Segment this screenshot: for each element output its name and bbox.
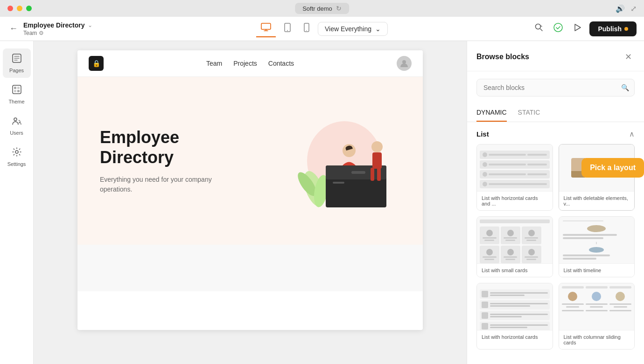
publish-button[interactable]: Publish [589, 21, 637, 36]
panel-header: Browse blocks ✕ [467, 41, 644, 71]
right-panel: Browse blocks ✕ 🔍 DYNAMIC STATIC List ∧ [467, 41, 644, 364]
desktop-device-btn[interactable] [256, 20, 276, 37]
search-input[interactable] [476, 79, 635, 96]
view-dropdown-chevron: ⌄ [375, 25, 381, 33]
block-label-1: List with horizontal cards and ... [477, 191, 553, 210]
sidebar-theme-label: Theme [8, 99, 24, 104]
mobile-device-btn[interactable] [299, 20, 314, 37]
panel-close-button[interactable]: ✕ [622, 50, 635, 63]
minimize-traffic-light[interactable] [17, 6, 22, 11]
block-card-small-cards[interactable]: List with small cards [476, 216, 553, 277]
users-icon [12, 116, 22, 128]
block-card-columnar-sliding[interactable]: List with columnar sliding cards [559, 283, 635, 350]
svg-marker-7 [575, 24, 581, 31]
block-thumbnail-3 [477, 217, 553, 263]
pick-layout-tooltip: Pick a layout [581, 158, 644, 178]
sidebar-item-theme[interactable]: Theme [3, 80, 31, 109]
nav-link-projects[interactable]: Projects [233, 60, 257, 67]
block-card-timeline[interactable]: List with timeline [559, 216, 635, 277]
canvas-nav-avatar [397, 56, 412, 71]
block-thumbnail-1 [477, 144, 553, 191]
nav-link-team[interactable]: Team [206, 60, 222, 67]
svg-rect-9 [13, 85, 21, 94]
left-sidebar: Pages Theme Users Settings [0, 41, 34, 364]
blocks-section-title: List [476, 130, 489, 138]
svg-rect-27 [372, 152, 382, 169]
back-button[interactable]: ← [7, 22, 20, 35]
view-everything-dropdown[interactable]: View Everything ⌄ [318, 22, 388, 36]
check-button[interactable] [551, 21, 565, 37]
team-label-group: Team ⚙ [23, 30, 92, 36]
sidebar-item-users[interactable]: Users [3, 111, 31, 140]
maximize-traffic-light[interactable] [26, 6, 32, 11]
preview-button[interactable] [571, 21, 584, 36]
hero-title: Employee Directory [100, 127, 221, 167]
svg-rect-24 [333, 182, 344, 184]
block-label-5: List with horizontal cards [477, 330, 553, 343]
blocks-section-header: List ∧ [476, 130, 635, 138]
sidebar-item-settings[interactable]: Settings [3, 142, 31, 172]
svg-point-16 [402, 60, 406, 64]
tab-static[interactable]: STATIC [518, 104, 540, 122]
block-label-2: List with deletable elements, v... [559, 191, 635, 210]
hero-illustration [279, 105, 400, 217]
block-thumbnail-4 [559, 217, 635, 263]
block-label-3: List with small cards [477, 263, 553, 277]
app-title-chevron[interactable]: ⌄ [88, 22, 92, 28]
svg-rect-23 [351, 171, 365, 174]
sidebar-pages-label: Pages [9, 68, 24, 73]
block-card-horizontal-cards-dots[interactable]: List with horizontal cards and ... [476, 144, 553, 211]
nav-link-contacts[interactable]: Contacts [268, 60, 294, 67]
collapse-section-button[interactable]: ∧ [629, 130, 635, 138]
hero-text: Employee Directory Everything you need f… [100, 127, 221, 194]
main-layout: Pages Theme Users Settings 🔒 [0, 41, 644, 364]
search-icon: 🔍 [621, 84, 629, 91]
canvas-frame: 🔒 Team Projects Contacts Employee Direct… [77, 50, 423, 330]
reload-icon[interactable]: ↻ [336, 5, 342, 12]
window-title: Softr demo [302, 5, 332, 12]
publish-dot [624, 27, 628, 31]
team-gear-icon[interactable]: ⚙ [39, 30, 44, 36]
titlebar-center: Softr demo ↻ [295, 3, 349, 14]
blocks-grid: List with horizontal cards and ... [476, 144, 635, 350]
team-label-text: Team [23, 30, 37, 36]
svg-rect-11 [17, 87, 20, 89]
block-thumbnail-5 [477, 283, 553, 330]
sound-icon[interactable]: 🔊 [616, 4, 625, 13]
block-label-4: List with timeline [559, 263, 635, 277]
app-toolbar-left: ← Employee Directory ⌄ Team ⚙ [7, 21, 110, 36]
user-search-button[interactable] [532, 21, 546, 36]
canvas-navbar: 🔒 Team Projects Contacts [77, 50, 423, 77]
app-toolbar: ← Employee Directory ⌄ Team ⚙ View Every… [0, 17, 644, 41]
search-box: 🔍 [476, 79, 635, 96]
publish-label: Publish [598, 25, 622, 33]
block-card-horizontal-cards2[interactable]: List with horizontal cards [476, 283, 553, 350]
block-thumbnail-6 [559, 283, 635, 330]
canvas-nav-logo: 🔒 [89, 56, 104, 71]
view-dropdown-label: View Everything [325, 25, 371, 33]
canvas-nav-links: Team Projects Contacts [206, 60, 294, 67]
block-label-6: List with columnar sliding cards [559, 330, 635, 349]
fullscreen-icon[interactable]: ⤢ [630, 4, 637, 13]
tablet-device-btn[interactable] [280, 20, 295, 37]
canvas-logo-icon: 🔒 [92, 60, 100, 67]
theme-icon [12, 84, 22, 97]
blocks-container: List ∧ List with horizonta [467, 122, 644, 364]
canvas-hero: Employee Directory Everything you need f… [77, 77, 423, 245]
close-traffic-light[interactable] [7, 6, 13, 11]
app-title: Employee Directory [23, 21, 85, 29]
titlebar-right: 🔊 ⤢ [616, 4, 637, 13]
app-toolbar-right: Publish [532, 21, 637, 37]
tab-dynamic[interactable]: DYNAMIC [476, 104, 507, 122]
svg-rect-0 [261, 23, 271, 29]
svg-point-15 [15, 151, 18, 153]
svg-point-26 [371, 141, 383, 152]
hero-subtitle: Everything you need for your company ope… [100, 175, 212, 194]
settings-icon [12, 147, 22, 159]
svg-point-14 [14, 118, 17, 121]
svg-point-6 [554, 23, 562, 32]
svg-rect-28 [371, 168, 374, 181]
sidebar-item-pages[interactable]: Pages [3, 48, 31, 78]
panel-title: Browse blocks [476, 53, 529, 61]
sidebar-users-label: Users [10, 130, 23, 136]
